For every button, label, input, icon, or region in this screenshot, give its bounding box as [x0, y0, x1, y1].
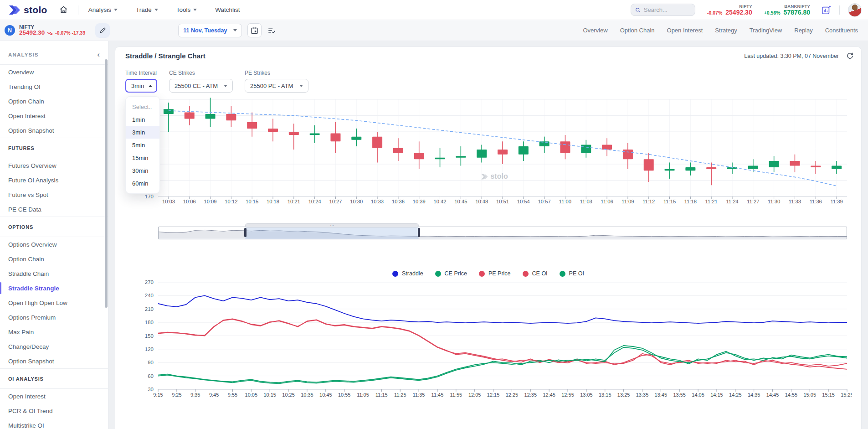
- sidebar-item-options-premium[interactable]: Options Premium: [0, 310, 108, 325]
- sidebar-item-open-interest[interactable]: Open Interest: [0, 109, 108, 123]
- chevron-up-icon: [149, 85, 152, 87]
- time-interval-select[interactable]: 3min: [125, 79, 157, 93]
- playlist-check-button[interactable]: [267, 26, 276, 35]
- dropdown-option-3min[interactable]: 3min: [126, 126, 159, 139]
- sidebar-item-open-high-open-low[interactable]: Open High Open Low: [0, 295, 108, 310]
- dropdown-option-15min[interactable]: 15min: [126, 151, 159, 164]
- home-icon[interactable]: [59, 5, 68, 14]
- dropdown-option-30min[interactable]: 30min: [126, 164, 159, 177]
- search-box[interactable]: [631, 4, 695, 16]
- legend-item-straddle[interactable]: Straddle: [392, 270, 423, 277]
- legend-dot: [435, 271, 441, 277]
- page-tabs: OverviewOption ChainOpen InterestStrateg…: [583, 27, 858, 34]
- svg-text:270: 270: [145, 279, 154, 285]
- dropdown-option-60min[interactable]: 60min: [126, 177, 159, 190]
- sidebar-item-trending-oi[interactable]: Trending OI: [0, 79, 108, 94]
- svg-text:120: 120: [145, 346, 154, 352]
- sidebar-item-pcr-oi-trend[interactable]: PCR & OI Trend: [0, 403, 108, 418]
- dropdown-option-1min[interactable]: 1min: [126, 113, 159, 126]
- svg-text:10:25: 10:25: [282, 392, 295, 398]
- line-chart-area[interactable]: 3060901201501802102402709:159:259:359:45…: [123, 279, 854, 398]
- svg-text:11:15: 11:15: [375, 392, 388, 398]
- legend-dot: [479, 271, 485, 277]
- refresh-button[interactable]: [846, 52, 854, 60]
- dropdown-option-5min[interactable]: 5min: [126, 139, 159, 151]
- svg-text:10:24: 10:24: [308, 199, 321, 204]
- quote-nifty: NIFTY-0.07%25492.30: [707, 4, 752, 16]
- ce-strikes-select[interactable]: 25500 CE - ATM: [169, 79, 233, 93]
- sidebar-item-open-interest[interactable]: Open Interest: [0, 389, 108, 403]
- sidebar-item-multistrike-oi[interactable]: Multistrike OI: [0, 418, 108, 429]
- svg-text:13:35: 13:35: [636, 392, 649, 398]
- panel-title: Straddle / Strangle Chart: [123, 52, 205, 60]
- svg-text:13:05: 13:05: [580, 392, 593, 398]
- chart-add-icon[interactable]: [821, 5, 831, 15]
- pe-strikes-select[interactable]: 25500 PE - ATM: [245, 79, 308, 93]
- sidebar-item-future-oi-analysis[interactable]: Future OI Analysis: [0, 173, 108, 187]
- candle-chart-area[interactable]: 17018019020021022023010:0310:0610:0910:1…: [123, 97, 854, 211]
- tab-replay[interactable]: Replay: [794, 27, 812, 34]
- symbol-badge: N: [5, 25, 15, 36]
- nav-item-tools[interactable]: Tools: [176, 6, 197, 13]
- sidebar-item-max-pain[interactable]: Max Pain: [0, 325, 108, 339]
- navigator-drag-grip[interactable]: ⋯: [245, 223, 419, 227]
- last-updated-text: Last updated: 3:30 PM, 07 November: [744, 53, 839, 59]
- date-select[interactable]: 11 Nov, Tuesday: [178, 24, 242, 37]
- tab-open-interest[interactable]: Open Interest: [667, 27, 703, 34]
- instrument-bar: N NIFTY 25492.30 -0.07% -17.39 11 Nov, T…: [0, 20, 868, 41]
- legend-item-pe-price[interactable]: PE Price: [479, 270, 511, 277]
- sidebar-item-pe-ce-data[interactable]: PE CE Data: [0, 202, 108, 217]
- user-avatar[interactable]: [848, 3, 862, 17]
- dropdown-option-select[interactable]: Select..: [126, 100, 159, 113]
- tab-overview[interactable]: Overview: [583, 27, 607, 34]
- svg-text:11:06: 11:06: [601, 199, 613, 204]
- svg-text:12:25: 12:25: [506, 392, 519, 398]
- svg-text:14:05: 14:05: [692, 392, 704, 398]
- sidebar-item-straddle-strangle[interactable]: Straddle Strangle: [0, 281, 108, 295]
- svg-text:11:03: 11:03: [580, 199, 592, 204]
- sidebar-item-option-snapshot[interactable]: Option Snapshot: [0, 354, 108, 368]
- range-navigator[interactable]: ⋯: [158, 227, 847, 239]
- legend-item-pe-oi[interactable]: PE OI: [560, 270, 584, 277]
- pencil-icon: [99, 27, 106, 34]
- chart-controls: Time Interval 3min CE Strikes 25500 CE -…: [123, 65, 854, 93]
- time-interval-dropdown: Select..1min3min5min15min30min60min: [125, 96, 160, 194]
- nav-item-trade[interactable]: Trade: [136, 6, 158, 13]
- chevron-down-icon: [193, 9, 197, 11]
- sidebar-item-option-chain[interactable]: Option Chain: [0, 94, 108, 109]
- sidebar-item-change-decay[interactable]: Change/Decay: [0, 339, 108, 354]
- nav-item-analysis[interactable]: Analysis: [88, 6, 118, 13]
- sidebar-item-straddle-chain[interactable]: Straddle Chain: [0, 266, 108, 281]
- svg-text:11:24: 11:24: [726, 199, 738, 204]
- sidebar-item-option-chain[interactable]: Option Chain: [0, 252, 108, 266]
- legend-dot: [560, 271, 565, 277]
- tab-strategy[interactable]: Strategy: [715, 27, 737, 34]
- legend-item-ce-price[interactable]: CE Price: [435, 270, 467, 277]
- svg-text:10:35: 10:35: [301, 392, 313, 398]
- search-input[interactable]: [644, 6, 691, 13]
- sidebar-item-futures-overview[interactable]: Futures Overview: [0, 158, 108, 173]
- tab-tradingview[interactable]: TradingView: [750, 27, 782, 34]
- sidebar-collapse-icon[interactable]: ‹: [97, 51, 100, 58]
- legend-dot: [523, 271, 529, 277]
- edit-symbol-button[interactable]: [95, 23, 110, 38]
- sidebar-item-option-snapshot[interactable]: Option Snapshot: [0, 123, 108, 138]
- sidebar-item-future-vs-spot[interactable]: Future vs Spot: [0, 187, 108, 202]
- tab-constituents[interactable]: Constituents: [825, 27, 858, 34]
- sidebar-scrollbar[interactable]: [105, 59, 108, 308]
- svg-text:210: 210: [145, 306, 154, 312]
- navigator-left-handle[interactable]: [244, 228, 247, 237]
- legend-item-ce-oi[interactable]: CE OI: [523, 270, 548, 277]
- brand-name: stolo: [24, 5, 47, 16]
- svg-text:14:35: 14:35: [748, 392, 760, 398]
- sidebar-item-overview[interactable]: Overview: [0, 65, 108, 79]
- nav-item-watchlist[interactable]: Watchlist: [215, 6, 240, 13]
- stolo-logo[interactable]: stolo: [8, 5, 47, 16]
- svg-text:14:55: 14:55: [785, 392, 798, 398]
- tab-option-chain[interactable]: Option Chain: [620, 27, 655, 34]
- navigator-right-handle[interactable]: [418, 228, 420, 237]
- calendar-button[interactable]: [247, 23, 262, 37]
- sidebar-item-options-overview[interactable]: Options Overview: [0, 237, 108, 252]
- svg-text:170: 170: [145, 194, 154, 199]
- legend-label: Straddle: [402, 270, 423, 277]
